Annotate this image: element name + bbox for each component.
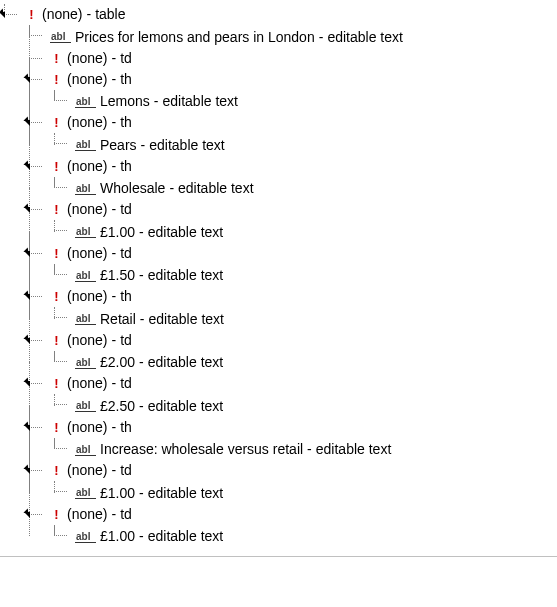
node-role: th [120,286,132,307]
tree-node-th[interactable]: ! (none) - th abI Lemons - editable text [29,69,557,113]
text-icon: abI [75,313,96,325]
node-role: td [120,373,132,394]
text-icon: abI [75,270,96,282]
tree-node-td[interactable]: ! (none) - td abI £1.00 - editable text [29,504,557,548]
node-role: td [120,330,132,351]
node-name: (none) [67,48,107,69]
expander-icon[interactable] [22,508,34,520]
node-role: editable text [149,135,225,156]
tree-node-th[interactable]: ! (none) - th abI Wholesale - editable t… [29,156,557,200]
node-role: editable text [327,27,403,48]
node-role: editable text [316,439,392,460]
warning-icon: ! [50,112,63,133]
tree-node-text[interactable]: abI £1.00 - editable text [54,220,557,243]
tree-node-td[interactable]: ! (none) - td abI £2.50 - editable text [29,373,557,417]
expander-icon[interactable] [22,464,34,476]
tree-node-td[interactable]: ! (none) - td abI £1.50 - editable text [29,243,557,287]
node-name: (none) [67,243,107,264]
tree-node-text[interactable]: abI Retail - editable text [54,307,557,330]
divider [0,556,557,557]
node-text: £1.00 [100,222,135,243]
node-text: £2.50 [100,396,135,417]
warning-icon: ! [50,330,63,351]
node-role: th [120,112,132,133]
node-role: td [120,504,132,525]
tree-node-text[interactable]: abI £2.00 - editable text [54,351,557,374]
text-icon: abI [75,139,96,151]
node-role: th [120,156,132,177]
expander-icon[interactable] [22,377,34,389]
node-text: £1.00 [100,483,135,504]
node-role: editable text [162,91,238,112]
expander-icon[interactable] [22,116,34,128]
expander-icon[interactable] [22,160,34,172]
tree-node-th[interactable]: ! (none) - th abI Pears - editable text [29,112,557,156]
node-role: td [120,48,132,69]
node-role: editable text [148,222,224,243]
node-text: Retail [100,309,136,330]
text-icon: abI [75,357,96,369]
node-role: editable text [148,265,224,286]
node-role: editable text [148,526,224,547]
warning-icon: ! [50,417,63,438]
warning-icon: ! [50,199,63,220]
node-text: Prices for lemons and pears in London [75,27,315,48]
accessibility-tree[interactable]: ! (none) - table abI Prices for lemons a… [0,0,557,557]
node-text: Wholesale [100,178,165,199]
tree-node-text[interactable]: abI £1.00 - editable text [54,481,557,504]
tree-node-text[interactable]: abI Wholesale - editable text [54,177,557,200]
expander-icon[interactable] [0,8,9,20]
warning-icon: ! [50,460,63,481]
expander-icon[interactable] [22,290,34,302]
tree-node-text[interactable]: abI £2.50 - editable text [54,394,557,417]
tree-node-th[interactable]: ! (none) - th abI Increase: wholesale ve… [29,417,557,461]
node-name: (none) [67,156,107,177]
node-name: (none) [67,460,107,481]
warning-icon: ! [25,4,38,25]
node-name: (none) [42,4,82,25]
node-role: editable text [148,309,224,330]
node-text: Increase: wholesale versus retail [100,439,303,460]
expander-icon[interactable] [22,203,34,215]
node-text: Pears [100,135,137,156]
node-name: (none) [67,330,107,351]
node-role: editable text [148,483,224,504]
expander-icon[interactable] [22,73,34,85]
node-text: £2.00 [100,352,135,373]
node-role: editable text [178,178,254,199]
node-role: td [120,199,132,220]
tree-node-text[interactable]: abI Lemons - editable text [54,90,557,113]
node-role: table [95,4,125,25]
node-role: th [120,417,132,438]
tree-node-text[interactable]: abI Pears - editable text [54,133,557,156]
tree-node-td[interactable]: ! (none) - td [29,48,557,69]
tree-node-table[interactable]: ! (none) - table abI Prices for lemons a… [4,4,557,547]
tree-node-text[interactable]: abI Increase: wholesale versus retail - … [54,438,557,461]
tree-node-th[interactable]: ! (none) - th abI Retail - editable text [29,286,557,330]
tree-node-text[interactable]: abI £1.50 - editable text [54,264,557,287]
node-name: (none) [67,199,107,220]
warning-icon: ! [50,48,63,69]
node-text: £1.00 [100,526,135,547]
warning-icon: ! [50,286,63,307]
expander-icon[interactable] [22,421,34,433]
warning-icon: ! [50,156,63,177]
expander-icon[interactable] [22,247,34,259]
expander-icon[interactable] [22,334,34,346]
tree-node-td[interactable]: ! (none) - td abI £2.00 - editable text [29,330,557,374]
text-icon: abI [75,96,96,108]
node-name: (none) [67,286,107,307]
tree-node-td[interactable]: ! (none) - td abI £1.00 - editable text [29,199,557,243]
text-icon: abI [75,487,96,499]
text-icon: abI [75,400,96,412]
node-role: editable text [148,352,224,373]
tree-node-td[interactable]: ! (none) - td abI £1.00 - editable text [29,460,557,504]
text-icon: abI [50,31,71,43]
node-role: td [120,243,132,264]
node-name: (none) [67,373,107,394]
text-icon: abI [75,226,96,238]
tree-node-text[interactable]: abI £1.00 - editable text [54,525,557,548]
tree-node-text[interactable]: abI Prices for lemons and pears in Londo… [29,25,557,48]
warning-icon: ! [50,69,63,90]
node-name: (none) [67,504,107,525]
